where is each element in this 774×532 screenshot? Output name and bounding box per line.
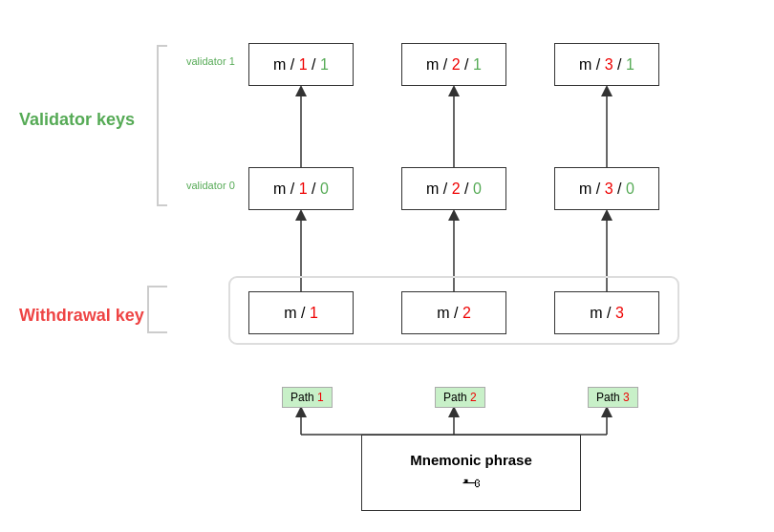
v1b1-num: 1: [299, 56, 308, 74]
path2-label: Path 2: [435, 387, 485, 408]
path1-label: Path 1: [282, 387, 333, 408]
withdrawal-key-label: Withdrawal key: [19, 306, 144, 326]
withdrawal-box3: m / 3: [554, 291, 659, 334]
withdrawal-box1: m / 1: [248, 291, 354, 334]
validator1-row-label: validator 1: [186, 55, 235, 67]
validator0-box2: m / 2 / 0: [401, 167, 506, 210]
validator0-box1: m / 1 / 0: [248, 167, 354, 210]
validator1-box3: m / 3 / 1: [554, 43, 659, 86]
mnemonic-box: Mnemonic phrase 🗝: [361, 435, 581, 511]
v1b1-slash: /: [308, 56, 320, 74]
diagram: Validator keys Withdrawal key validator …: [0, 0, 774, 532]
v1b1-prefix: m /: [273, 56, 299, 74]
validator0-box3: m / 3 / 0: [554, 167, 659, 210]
validator-keys-label: Validator keys: [19, 110, 135, 130]
validator1-box2: m / 2 / 1: [401, 43, 506, 86]
withdrawal-box2: m / 2: [401, 291, 506, 334]
validator0-row-label: validator 0: [186, 180, 235, 191]
v1b1-idx: 1: [320, 56, 329, 74]
mnemonic-title: Mnemonic phrase: [410, 452, 532, 468]
key-icon: 🗝: [462, 472, 481, 494]
validator1-box1: m / 1 / 1: [248, 43, 354, 86]
path3-label: Path 3: [588, 387, 638, 408]
